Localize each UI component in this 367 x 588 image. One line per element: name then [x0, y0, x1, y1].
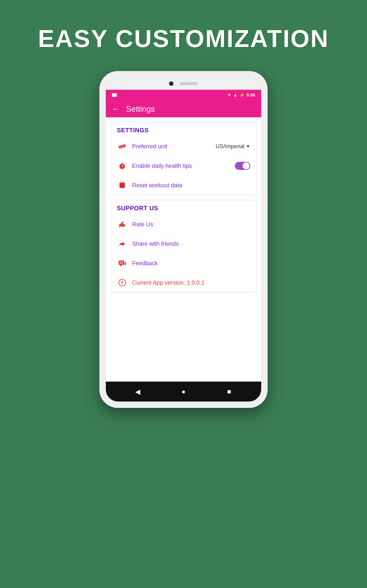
status-bar: ▼ ▲ ⚡ 5:05: [106, 90, 261, 100]
feedback-item[interactable]: Feedback: [111, 254, 256, 273]
timer-icon: [117, 160, 127, 171]
app-version-label: Current App version: 1.0.0.1: [132, 279, 250, 286]
app-bar-title: Settings: [126, 104, 155, 113]
thumbsup-icon: [117, 219, 127, 230]
support-section-header: SUPPORT US: [111, 200, 256, 215]
back-button[interactable]: ←: [112, 104, 120, 113]
svg-marker-15: [120, 265, 122, 267]
reset-workout-item[interactable]: Reset workout data: [111, 176, 256, 195]
phone-device: ▼ ▲ ⚡ 5:05 ← Settings SETTINGS: [100, 71, 267, 408]
dropdown-value: US/Imperial: [216, 143, 244, 150]
app-version-item: A Current App version: 1.0.0.1: [111, 273, 256, 292]
camera: [169, 81, 173, 86]
svg-point-13: [119, 186, 125, 188]
appstore-icon: A: [117, 277, 127, 288]
share-friends-label: Share with friends: [132, 241, 250, 247]
settings-card: SETTINGS Preferred unit U: [110, 122, 257, 195]
content-area: SETTINGS Preferred unit U: [106, 117, 261, 381]
banner-title: EASY CUSTOMIZATION: [38, 25, 329, 53]
rate-us-label: Rate Us: [132, 221, 250, 228]
database-icon: [117, 180, 127, 191]
status-time: 5:05: [247, 93, 255, 97]
app-bar: ← Settings: [106, 100, 261, 117]
svg-rect-6: [122, 163, 123, 164]
settings-section-header: SETTINGS: [111, 122, 256, 137]
nav-home-button[interactable]: ●: [179, 387, 188, 396]
toggle-knob: [242, 162, 250, 169]
preferred-unit-label: Preferred unit: [132, 143, 211, 150]
speaker: [180, 82, 198, 85]
feedback-icon: [117, 258, 127, 268]
rate-us-item[interactable]: Rate Us: [111, 215, 256, 234]
reset-workout-label: Reset workout data: [132, 182, 250, 189]
support-card: SUPPORT US Rate Us: [110, 200, 257, 293]
toggle-switch[interactable]: [235, 162, 250, 170]
health-tips-item: Enable daily health tips: [111, 156, 256, 176]
phone-top-notch: [106, 78, 261, 90]
bottom-nav: ◀ ● ■: [106, 381, 261, 401]
feedback-label: Feedback: [132, 260, 250, 267]
ruler-icon: [117, 141, 127, 152]
svg-text:A: A: [121, 280, 123, 285]
status-left: [112, 93, 117, 97]
phone-screen: ▼ ▲ ⚡ 5:05 ← Settings SETTINGS: [106, 77, 261, 402]
battery-icon: ⚡: [239, 93, 245, 98]
nav-recent-button[interactable]: ■: [225, 387, 234, 396]
signal-icon: ▲: [233, 93, 237, 97]
svg-rect-16: [125, 262, 126, 265]
share-icon: [117, 238, 127, 249]
wifi-icon: ▼: [227, 93, 232, 97]
unit-dropdown[interactable]: US/Imperial ▼: [216, 143, 250, 150]
dropdown-arrow-icon: ▼: [246, 144, 250, 149]
page-title-banner: EASY CUSTOMIZATION: [0, 0, 367, 71]
health-tips-toggle[interactable]: [235, 162, 250, 170]
nav-back-button[interactable]: ◀: [133, 387, 142, 396]
share-friends-item[interactable]: Share with friends: [111, 234, 256, 254]
sim-icon: [112, 93, 117, 97]
health-tips-label: Enable daily health tips: [132, 163, 230, 169]
preferred-unit-item: Preferred unit US/Imperial ▼: [111, 137, 256, 156]
svg-rect-14: [119, 261, 124, 265]
status-right: ▼ ▲ ⚡ 5:05: [227, 93, 255, 98]
